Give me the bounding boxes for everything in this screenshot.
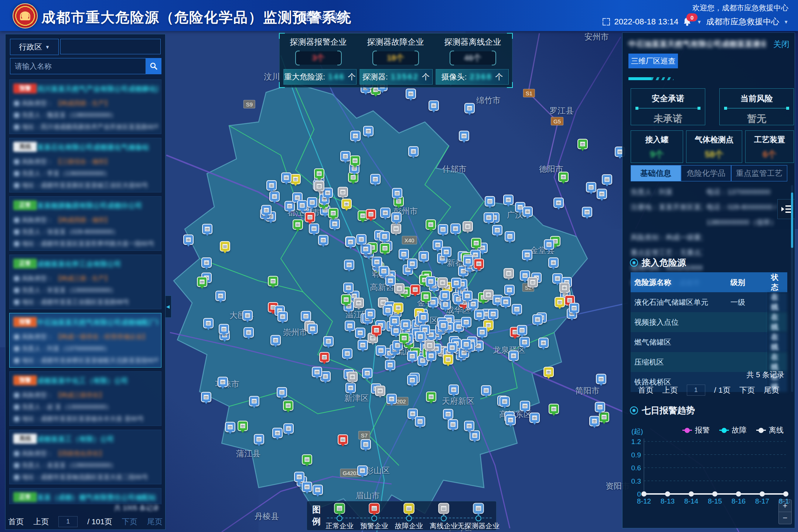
map-marker[interactable] (448, 419, 458, 430)
map-marker[interactable] (471, 238, 481, 248)
page-number-input[interactable] (687, 385, 705, 396)
map-marker[interactable] (318, 235, 328, 245)
map-marker[interactable] (399, 333, 409, 343)
map-marker[interactable] (380, 208, 391, 218)
map-marker[interactable] (508, 350, 519, 361)
map-marker[interactable] (203, 318, 214, 328)
map-marker[interactable] (342, 348, 352, 359)
map-marker[interactable] (301, 311, 311, 321)
map-marker[interactable] (293, 219, 303, 230)
company-list-item[interactable]: 离线成都某某工（有限）公司风险类型： 【四级危化存在】负责人：袁某某（13900… (9, 430, 161, 484)
map-marker[interactable] (503, 194, 514, 205)
scrollbar-thumb[interactable] (791, 192, 793, 248)
next-page-button[interactable]: 下页 (739, 385, 755, 395)
map-marker[interactable] (544, 239, 554, 250)
map-marker[interactable] (238, 421, 248, 431)
map-marker[interactable] (341, 294, 351, 305)
map-marker[interactable] (215, 290, 226, 301)
map-marker[interactable] (341, 199, 352, 209)
map-marker[interactable] (522, 207, 533, 217)
map-marker[interactable] (340, 151, 351, 161)
map-marker[interactable] (451, 278, 461, 288)
map-marker[interactable] (461, 339, 471, 349)
map-marker[interactable] (415, 331, 426, 342)
chevron-down-icon[interactable]: ▼ (784, 19, 788, 25)
map-marker[interactable] (266, 180, 277, 191)
hazard-table-row[interactable]: 燃气储罐区在线 (631, 332, 787, 352)
hazard-table-row[interactable]: 视频接入点位在线 (631, 312, 787, 332)
map-marker[interactable] (407, 259, 417, 269)
map-marker[interactable] (370, 174, 381, 184)
map-marker[interactable] (328, 208, 338, 218)
map-marker[interactable] (415, 416, 425, 427)
map-marker[interactable] (294, 472, 304, 482)
next-page-button[interactable]: 下页 (122, 516, 137, 527)
map-marker[interactable] (461, 317, 471, 327)
hazard-table-row[interactable]: 液化石油气储罐区单元一级在线 (631, 292, 787, 312)
map-marker[interactable] (302, 454, 312, 465)
zoom-out-button[interactable]: − (779, 512, 791, 524)
last-page-button[interactable]: 尾页 (147, 516, 163, 527)
map-marker[interactable] (183, 234, 194, 245)
map-marker[interactable] (283, 400, 293, 411)
hazard-table-row[interactable]: 压缩机区在线 (631, 352, 787, 372)
map-marker[interactable] (481, 385, 491, 396)
map-marker[interactable] (312, 366, 322, 377)
map-marker[interactable] (399, 249, 409, 259)
map-marker[interactable] (410, 284, 420, 295)
map-marker[interactable] (268, 276, 278, 286)
map-marker[interactable] (307, 324, 318, 334)
map-marker[interactable] (596, 374, 606, 384)
map-marker[interactable] (363, 126, 374, 136)
map-marker[interactable] (358, 340, 368, 350)
zoom-in-button[interactable]: + (779, 500, 791, 512)
map-marker[interactable] (421, 291, 431, 302)
company-list-item[interactable]: 报警中石油某某天然气有限公司成都储配厂站风险类型： 【构成一级存在 - 经营存储… (9, 313, 161, 368)
map-marker[interactable] (362, 368, 372, 378)
map-marker[interactable] (314, 168, 324, 178)
map-marker[interactable] (383, 305, 393, 315)
map-marker[interactable] (426, 276, 436, 286)
map-marker[interactable] (532, 314, 543, 324)
map-marker[interactable] (225, 422, 235, 432)
map-marker[interactable] (450, 223, 461, 233)
map-marker[interactable] (505, 415, 516, 425)
map-marker[interactable] (302, 482, 312, 492)
map-marker[interactable] (270, 335, 281, 345)
map-marker[interactable] (474, 310, 484, 320)
map-marker[interactable] (429, 100, 439, 111)
map-marker[interactable] (484, 212, 494, 223)
map-marker[interactable] (597, 189, 607, 199)
map-marker[interactable] (538, 338, 549, 348)
map-marker[interactable] (559, 283, 570, 293)
map-marker[interactable] (389, 316, 400, 326)
map-marker[interactable] (463, 221, 473, 232)
factory-3d-tour-button[interactable]: 三维厂区巡查 (628, 54, 678, 68)
map-marker[interactable] (219, 324, 229, 334)
map-marker[interactable] (424, 340, 435, 351)
company-list-item[interactable]: 正常某某能源集团有限公司成都分公司风险类型： 【构成四级 - 储存】负责人：张某… (9, 196, 161, 251)
panel-scrollbar[interactable] (791, 185, 793, 392)
map-marker[interactable] (394, 283, 405, 294)
map-marker[interactable] (249, 396, 259, 406)
map-marker[interactable] (277, 311, 288, 322)
map-marker[interactable] (393, 302, 403, 313)
map-marker[interactable] (338, 434, 348, 444)
sidebar-collapse-toggle[interactable]: ◀ (165, 296, 171, 318)
map-marker[interactable] (505, 231, 515, 242)
map-marker[interactable] (314, 181, 324, 191)
company-list-item[interactable]: 离线某某石化有限公司成都液化气储备站风险类型： 【三级综合 - 储存】负责人：李… (9, 138, 161, 192)
map-marker[interactable] (345, 236, 356, 247)
map-marker[interactable] (361, 439, 371, 450)
map-marker[interactable] (272, 428, 283, 438)
map-marker[interactable] (365, 309, 375, 319)
map-marker[interactable] (602, 174, 612, 185)
tab-key-process[interactable]: 重点监管工艺 (731, 165, 787, 181)
first-page-button[interactable]: 首页 (8, 516, 24, 527)
map-marker[interactable] (366, 209, 376, 219)
map-marker[interactable] (558, 171, 569, 182)
map-marker[interactable] (343, 283, 354, 293)
map-marker[interactable] (441, 247, 451, 257)
region-value-field[interactable] (60, 39, 161, 54)
close-panel-button[interactable]: 关闭 (773, 39, 790, 50)
